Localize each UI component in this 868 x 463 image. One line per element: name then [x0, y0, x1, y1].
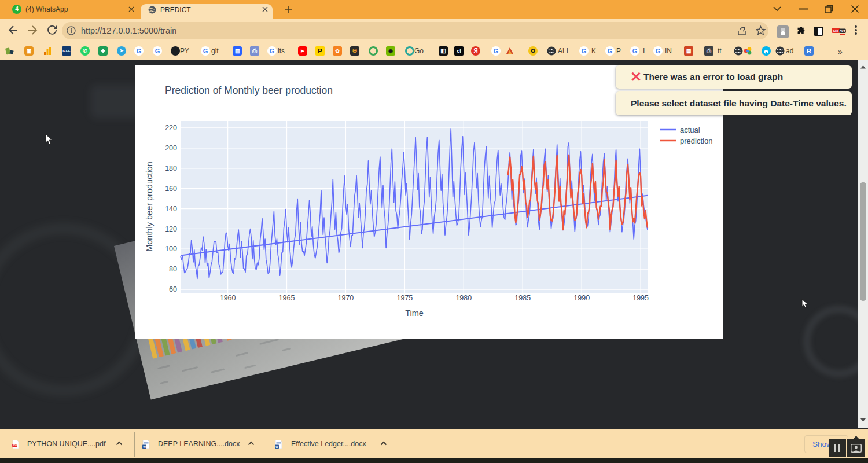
svg-text:CRI: CRI	[833, 29, 838, 32]
svg-text:PDF: PDF	[13, 444, 17, 447]
svg-text:W: W	[275, 445, 278, 449]
svg-text:W: W	[143, 445, 146, 449]
svg-text:CKE: CKE	[840, 30, 846, 33]
